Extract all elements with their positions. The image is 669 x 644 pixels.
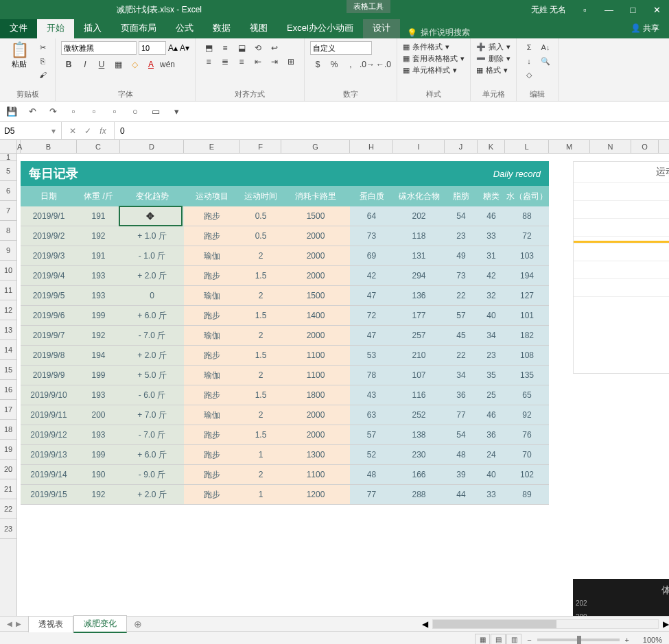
cell-fat[interactable]: 54 [445,425,478,445]
cell-fat[interactable]: 39 [445,465,478,485]
cell-weight[interactable]: 192 [77,485,120,505]
formula-input[interactable] [115,126,669,136]
row-header[interactable]: 15 [0,360,16,380]
cell-weight[interactable]: 193 [77,425,120,445]
cell-sport[interactable]: 跑步 [184,485,240,505]
cell-trend[interactable]: - 7.0 斤 [120,425,184,445]
cell-cal[interactable]: 1200 [281,485,350,505]
cell-trend[interactable]: + 6.0 斤 [120,445,184,465]
qat-icon[interactable]: ▫ [86,104,102,119]
cell-trend[interactable]: + 2.0 斤 [120,485,184,505]
align-left-icon[interactable]: ≡ [201,55,216,69]
cell-weight[interactable]: 193 [77,266,120,286]
cell-carb[interactable]: 177 [393,306,445,326]
tell-me-search[interactable]: 💡操作说明搜索 [407,27,470,38]
currency-icon[interactable]: $ [310,58,325,71]
cell-sport[interactable]: 跑步 [184,306,240,326]
cell-sport[interactable]: 跑步 [184,385,240,405]
cell-fat[interactable]: 49 [445,246,478,266]
cell-carb[interactable]: 138 [393,425,445,445]
cell-weight[interactable]: 191 [77,246,120,266]
cell-time[interactable]: 2 [240,246,281,266]
cell-date[interactable]: 2019/9/6 [21,306,77,326]
cell-water[interactable]: 108 [505,346,549,366]
cell-trend[interactable]: + 5.0 斤 [120,366,184,385]
column-header[interactable]: E [184,140,240,153]
cell-time[interactable]: 1.5 [240,346,281,366]
enter-icon[interactable]: ✓ [82,126,93,136]
page-layout-view-icon[interactable]: ▤ [491,634,506,645]
cell-time[interactable]: 2 [240,286,281,306]
qat-icon[interactable]: ▫ [107,104,122,119]
qat-icon[interactable]: ○ [128,104,143,119]
column-header[interactable]: H [350,140,393,153]
cell-water[interactable]: 88 [505,206,549,226]
cell-time[interactable]: 1.5 [240,266,281,286]
cell-date[interactable]: 2019/9/11 [21,405,77,425]
table-row[interactable]: 2019/9/3191- 1.0 斤瑜伽22000691314931103 [21,246,549,266]
cell-water[interactable]: 135 [505,366,549,385]
cell-prot[interactable]: 47 [350,326,393,346]
cell-time[interactable]: 1.5 [240,425,281,445]
fx-icon[interactable]: fx [97,126,108,136]
row-header[interactable]: 8 [0,221,16,241]
cell-sport[interactable]: 跑步 [184,226,240,246]
cell-date[interactable]: 2019/9/8 [21,346,77,366]
minimize-icon[interactable]: — [597,0,621,19]
cell-sugar[interactable]: 40 [478,465,505,485]
cell-water[interactable]: 194 [505,266,549,286]
paste-button[interactable]: 📋粘贴 [5,41,33,69]
row-header[interactable]: 6 [0,181,16,201]
cell-water[interactable]: 182 [505,326,549,346]
row-header[interactable]: 13 [0,320,16,340]
cell-carb[interactable]: 118 [393,226,445,246]
cell-fat[interactable]: 77 [445,405,478,425]
cell-date[interactable]: 2019/9/1 [21,206,77,226]
cell-fat[interactable]: 44 [445,485,478,505]
row-header[interactable]: 23 [0,519,16,539]
font-color-button[interactable]: A [143,58,159,71]
cell-cal[interactable]: 1100 [281,465,350,485]
column-header[interactable]: N [590,140,631,153]
cell-weight[interactable]: 193 [77,286,120,306]
cell-sport[interactable]: 跑步 [184,266,240,286]
cell-water[interactable]: 92 [505,405,549,425]
cancel-icon[interactable]: ✕ [67,126,78,136]
decrease-decimal-icon[interactable]: ←.0 [376,58,391,71]
zoom-percent[interactable]: 100% [635,636,662,644]
cell-weight[interactable]: 190 [77,465,120,485]
row-header[interactable]: 9 [0,241,16,261]
italic-button[interactable]: I [78,58,93,71]
cell-sport[interactable]: 跑步 [184,465,240,485]
cell-trend[interactable]: - 7.0 斤 [120,326,184,346]
clear-icon[interactable]: ◇ [522,69,536,81]
delete-cells-button[interactable]: ➖删除 ▾ [476,53,510,64]
name-box[interactable]: ▾ [0,122,62,139]
normal-view-icon[interactable]: ▦ [475,634,490,645]
cut-button[interactable]: ✂ [36,41,49,53]
cell-trend[interactable]: 0 [120,286,184,306]
column-header[interactable]: B [21,140,77,153]
decrease-indent-icon[interactable]: ⇤ [250,55,266,69]
table-row[interactable]: 2019/9/13199+ 6.0 斤跑步1130052230482470 [21,445,549,465]
cell-time[interactable]: 1.5 [240,385,281,405]
cell-sugar[interactable]: 24 [478,445,505,465]
cell-cal[interactable]: 2000 [281,425,350,445]
cell-cal[interactable]: 1100 [281,346,350,366]
sheet-nav-last-icon[interactable]: ▶ [16,620,21,628]
cell-prot[interactable]: 69 [350,246,393,266]
cell-sport[interactable]: 跑步 [184,346,240,366]
cell-weight[interactable]: 199 [77,366,120,385]
phonetic-button[interactable]: wén [160,58,175,71]
row-header[interactable]: 10 [0,261,16,281]
format-painter-button[interactable]: 🖌 [36,69,49,81]
cell-carb[interactable]: 116 [393,385,445,405]
cell-cal[interactable]: 1800 [281,385,350,405]
cell-cal[interactable]: 1300 [281,445,350,465]
ribbon-options-icon[interactable]: ▫ [573,0,597,19]
autosum-icon[interactable]: Σ [522,41,536,53]
cell-prot[interactable]: 47 [350,286,393,306]
add-sheet-icon[interactable]: ⊕ [127,619,149,630]
qat-icon[interactable]: ▫ [66,104,81,119]
sport-chart[interactable]: 运动 [573,161,669,374]
